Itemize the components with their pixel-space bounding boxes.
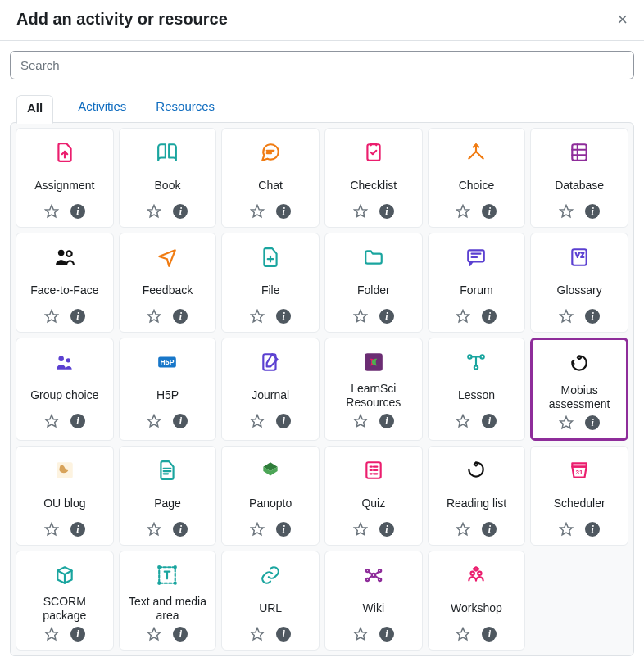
info-icon[interactable]: i (379, 204, 394, 219)
star-icon[interactable] (353, 309, 368, 324)
info-icon[interactable]: i (585, 415, 600, 430)
info-icon[interactable]: i (173, 309, 188, 324)
search-input[interactable] (10, 51, 634, 79)
star-icon[interactable] (44, 309, 59, 324)
info-icon[interactable]: i (379, 627, 394, 642)
star-icon[interactable] (147, 414, 161, 428)
activity-card-groupchoice[interactable]: Group choicei (16, 338, 114, 441)
star-icon[interactable] (353, 627, 368, 642)
star-icon[interactable] (147, 204, 161, 219)
star-icon[interactable] (147, 522, 161, 537)
info-icon[interactable]: i (379, 414, 394, 428)
info-icon[interactable]: i (173, 627, 188, 642)
star-icon[interactable] (147, 627, 161, 642)
info-icon[interactable]: i (379, 522, 394, 537)
activity-card-choice[interactable]: Choicei (428, 128, 526, 228)
star-icon[interactable] (559, 522, 574, 537)
activity-actions: i (456, 414, 497, 428)
info-icon[interactable]: i (482, 627, 497, 642)
svg-marker-35 (148, 524, 161, 535)
activity-card-textmedia[interactable]: Text and media areai (119, 551, 217, 651)
info-icon[interactable]: i (585, 522, 600, 537)
activity-card-forum[interactable]: Forumi (428, 233, 526, 333)
activity-card-oublog[interactable]: OU blogi (16, 446, 114, 546)
activity-card-glossary[interactable]: Glossaryi (530, 233, 628, 333)
info-icon[interactable]: i (276, 627, 291, 642)
star-icon[interactable] (250, 414, 265, 428)
tab-all[interactable]: All (16, 95, 53, 124)
activity-card-book[interactable]: Booki (119, 128, 217, 228)
info-icon[interactable]: i (482, 204, 497, 219)
activity-card-page[interactable]: Pagei (119, 446, 217, 546)
svg-text:H5P: H5P (161, 358, 175, 366)
star-icon[interactable] (456, 414, 470, 428)
star-icon[interactable] (250, 309, 265, 324)
info-icon[interactable]: i (70, 522, 85, 537)
activity-card-learnsci[interactable]: LearnSci Resourcesi (324, 338, 423, 441)
star-icon[interactable] (44, 414, 59, 428)
star-icon[interactable] (147, 309, 161, 324)
svg-marker-34 (45, 524, 57, 535)
info-icon[interactable]: i (276, 414, 291, 428)
choice-icon (465, 140, 487, 165)
info-icon[interactable]: i (173, 522, 188, 537)
tab-resources[interactable]: Resources (151, 94, 220, 123)
info-icon[interactable]: i (70, 309, 85, 324)
activity-card-scorm[interactable]: SCORM packagei (16, 551, 114, 651)
activity-card-panopto[interactable]: Panoptoi (221, 446, 320, 546)
activity-card-chat[interactable]: Chati (221, 128, 320, 228)
star-icon[interactable] (250, 204, 265, 219)
star-icon[interactable] (44, 627, 59, 642)
activity-card-feedback[interactable]: Feedbacki (119, 233, 217, 333)
star-icon[interactable] (559, 415, 574, 430)
tab-activities[interactable]: Activities (73, 94, 131, 123)
star-icon[interactable] (250, 627, 265, 642)
activity-card-wiki[interactable]: Wikii (324, 551, 423, 651)
activity-card-h5p[interactable]: H5PH5Pi (119, 338, 217, 441)
star-icon[interactable] (456, 309, 470, 324)
info-icon[interactable]: i (379, 309, 394, 324)
info-icon[interactable]: i (276, 309, 291, 324)
activity-card-journal[interactable]: Journali (221, 338, 320, 441)
info-icon[interactable]: i (70, 627, 85, 642)
star-icon[interactable] (559, 204, 574, 219)
activity-card-workshop[interactable]: Workshopi (428, 551, 526, 651)
star-icon[interactable] (250, 522, 265, 537)
star-icon[interactable] (559, 309, 574, 324)
star-icon[interactable] (44, 204, 59, 219)
activity-card-mobius[interactable]: Mobius assessmenti (530, 338, 628, 441)
info-icon[interactable]: i (173, 204, 188, 219)
info-icon[interactable]: i (70, 414, 85, 428)
info-icon[interactable]: i (70, 204, 85, 219)
activity-card-assignment[interactable]: Assignmenti (16, 128, 114, 228)
tabs: All Activities Resources (10, 86, 634, 123)
star-icon[interactable] (456, 522, 470, 537)
activity-card-database[interactable]: Databasei (530, 128, 628, 228)
star-icon[interactable] (456, 204, 470, 219)
info-icon[interactable]: i (482, 309, 497, 324)
activity-card-lesson[interactable]: Lessoni (428, 338, 526, 441)
info-icon[interactable]: i (482, 522, 497, 537)
activity-card-quiz[interactable]: Quizi (324, 446, 423, 546)
activity-card-folder[interactable]: Folderi (324, 233, 423, 333)
info-icon[interactable]: i (585, 309, 600, 324)
activity-label: Forum (456, 276, 496, 306)
star-icon[interactable] (456, 627, 470, 642)
star-icon[interactable] (353, 204, 368, 219)
info-icon[interactable]: i (482, 414, 497, 428)
activity-card-file[interactable]: Filei (221, 233, 320, 333)
info-icon[interactable]: i (276, 522, 291, 537)
star-icon[interactable] (44, 522, 59, 537)
info-icon[interactable]: i (585, 204, 600, 219)
info-icon[interactable]: i (173, 414, 188, 428)
activity-card-scheduler[interactable]: 31Scheduleri (530, 446, 628, 546)
svg-marker-39 (457, 524, 469, 535)
info-icon[interactable]: i (276, 204, 291, 219)
star-icon[interactable] (353, 414, 368, 428)
activity-card-readinglist[interactable]: Reading listi (428, 446, 526, 546)
star-icon[interactable] (353, 522, 368, 537)
activity-card-url[interactable]: URLi (221, 551, 320, 651)
close-icon[interactable]: × (617, 11, 628, 29)
activity-card-facetoface[interactable]: Face-to-Facei (16, 233, 114, 333)
activity-card-checklist[interactable]: Checklisti (324, 128, 423, 228)
